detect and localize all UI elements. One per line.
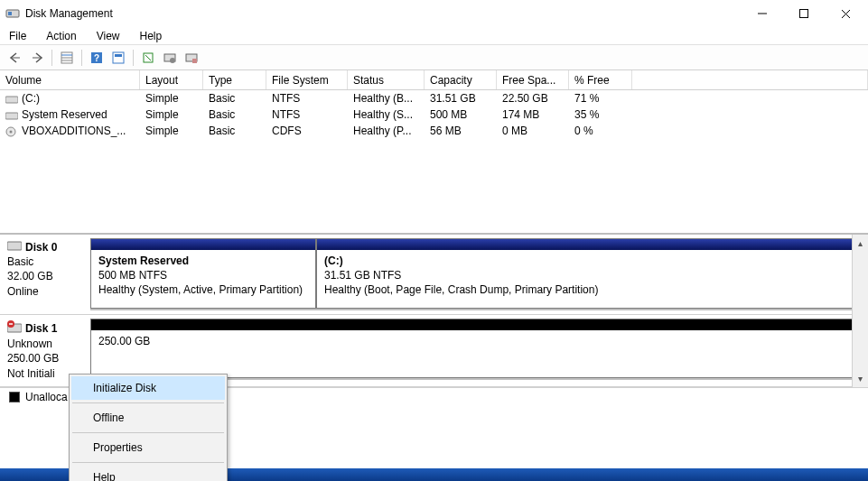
help-button[interactable]: ? [87, 48, 107, 68]
col-pctfree[interactable]: % Free [569, 70, 632, 89]
toolbar: ? [0, 45, 868, 70]
legend-swatch-unallocated [9, 392, 20, 402]
disk-status: Online [7, 284, 83, 299]
drive-icon [5, 110, 18, 119]
disk-icon [7, 240, 22, 254]
col-status[interactable]: Status [348, 70, 425, 89]
volume-row[interactable]: (C:) Simple Basic NTFS Healthy (B... 31.… [0, 90, 868, 106]
menubar: File Action View Help [0, 27, 868, 45]
scroll-up-icon[interactable]: ▴ [853, 235, 868, 251]
svg-rect-1 [8, 12, 12, 15]
volume-row[interactable]: VBOXADDITIONS_... Simple Basic CDFS Heal… [0, 123, 868, 139]
disk-size: 32.00 GB [7, 269, 83, 283]
partition-unallocated[interactable]: 250.00 GB [90, 319, 863, 378]
disk-name: Disk 1 [25, 321, 57, 336]
volume-free: 0 MB [497, 124, 569, 138]
volume-type: Basic [203, 124, 266, 138]
back-button[interactable] [5, 48, 25, 68]
view-settings-button[interactable] [108, 48, 128, 68]
col-type[interactable]: Type [203, 70, 266, 89]
volume-capacity: 500 MB [425, 107, 497, 122]
menu-help[interactable]: Help [136, 28, 166, 44]
col-layout[interactable]: Layout [140, 70, 203, 89]
partition-stripe [317, 239, 862, 250]
forward-button[interactable] [27, 48, 47, 68]
volume-status: Healthy (P... [348, 124, 425, 138]
volume-pct: 71 % [569, 91, 632, 106]
volume-pct: 0 % [569, 124, 632, 138]
legend-label: Unalloca [25, 391, 68, 403]
svg-rect-15 [115, 54, 122, 57]
volume-type: Basic [203, 107, 266, 122]
volume-name: VBOXADDITIONS_... [22, 125, 126, 137]
svg-point-24 [10, 131, 13, 134]
disk-info[interactable]: Disk 0 Basic 32.00 GB Online [0, 235, 90, 314]
window-title: Disk Management [25, 7, 742, 20]
menu-view[interactable]: View [93, 28, 124, 44]
scroll-down-icon[interactable]: ▾ [853, 371, 868, 387]
disk-row: Disk 0 Basic 32.00 GB Online System Rese… [0, 235, 868, 315]
partition-size: 500 MB NTFS [98, 268, 308, 282]
svg-rect-14 [113, 52, 124, 63]
volume-capacity: 31.51 GB [425, 91, 497, 106]
window-controls [742, 0, 866, 27]
svg-rect-3 [800, 10, 808, 18]
rescan-button[interactable] [160, 48, 180, 68]
volume-name: System Reserved [22, 108, 107, 121]
partition-stripe [91, 319, 862, 330]
show-hide-tree-button[interactable] [57, 48, 77, 68]
menu-item-offline[interactable]: Offline [71, 406, 225, 430]
close-button[interactable] [825, 0, 866, 27]
menu-item-initialize-disk[interactable]: Initialize Disk [71, 376, 225, 400]
partition[interactable]: (C:) 31.51 GB NTFS Healthy (Boot, Page F… [316, 238, 863, 309]
partition[interactable]: System Reserved 500 MB NTFS Healthy (Sys… [90, 238, 316, 309]
svg-rect-25 [7, 242, 22, 250]
disc-icon [5, 126, 18, 135]
partition-stripe [91, 239, 315, 250]
partition-title: System Reserved [98, 254, 308, 268]
minimize-button[interactable] [742, 0, 783, 27]
volume-layout: Simple [140, 91, 203, 106]
titlebar: Disk Management [0, 0, 868, 27]
col-filesystem[interactable]: File System [266, 70, 348, 89]
menu-separator [72, 432, 224, 433]
menu-separator [72, 462, 224, 463]
col-freespace[interactable]: Free Spa... [497, 70, 569, 89]
volume-free: 22.50 GB [497, 91, 569, 106]
refresh-button[interactable] [138, 48, 158, 68]
scrollbar[interactable]: ▴ ▾ [852, 235, 868, 387]
volume-pct: 35 % [569, 107, 632, 122]
svg-rect-21 [5, 97, 18, 103]
volume-list-header: Volume Layout Type File System Status Ca… [0, 70, 868, 90]
col-volume[interactable]: Volume [0, 70, 140, 89]
disk-type: Unknown [7, 337, 83, 351]
volume-layout: Simple [140, 124, 203, 138]
volume-fs: NTFS [266, 91, 348, 106]
context-menu: Initialize Disk Offline Properties Help [69, 374, 228, 481]
volume-name: (C:) [22, 92, 40, 105]
svg-text:?: ? [94, 53, 99, 63]
svg-point-18 [170, 58, 175, 63]
menu-separator [72, 402, 224, 403]
partition-status: Healthy (System, Active, Primary Partiti… [98, 282, 308, 297]
menu-item-help[interactable]: Help [71, 466, 225, 481]
disk-name: Disk 0 [25, 240, 57, 254]
partition-status: Healthy (Boot, Page File, Crash Dump, Pr… [324, 282, 854, 297]
volume-free: 174 MB [497, 107, 569, 122]
svg-rect-20 [192, 59, 197, 63]
disk-warning-icon [7, 320, 22, 337]
volume-layout: Simple [140, 107, 203, 122]
partition-size: 250.00 GB [98, 334, 854, 348]
volume-status: Healthy (S... [348, 107, 425, 122]
volume-row[interactable]: System Reserved Simple Basic NTFS Health… [0, 106, 868, 123]
maximize-button[interactable] [783, 0, 825, 27]
partition-size: 31.51 GB NTFS [324, 268, 854, 282]
menu-item-properties[interactable]: Properties [71, 436, 225, 459]
app-icon [5, 6, 20, 21]
disk-type: Basic [7, 254, 83, 269]
properties-button[interactable] [182, 48, 201, 68]
menu-action[interactable]: Action [42, 28, 79, 44]
volume-status: Healthy (B... [348, 91, 425, 106]
col-capacity[interactable]: Capacity [425, 70, 497, 89]
menu-file[interactable]: File [5, 28, 30, 44]
